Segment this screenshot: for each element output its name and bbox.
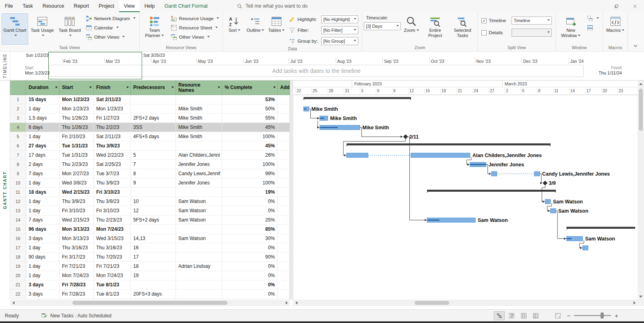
cell-finish[interactable]: Mon 7/24/23 [94,225,131,234]
table-scroll-left-arrow[interactable] [10,300,17,306]
cell-start[interactable]: Thu 3/9/23 [60,197,94,206]
team-planner-button[interactable]: Team Planner [141,13,168,45]
cell-finish[interactable]: Fri 3/10/23 [94,188,131,197]
menu-gantt-chart-format[interactable]: Gantt Chart Format [159,0,213,12]
row-number[interactable]: 22 [10,290,26,299]
cell-finish[interactable]: Thu 2/2/23 [94,123,131,132]
cell-pct[interactable]: 0% [222,262,278,271]
table-row[interactable]: 1890 daysFri 3/17/23Thu 7/20/231790% [10,253,290,262]
menu-file[interactable]: File [0,0,18,12]
resource-sheet-view-switch[interactable] [530,311,541,320]
cell-res[interactable]: Candy Lewis,Jennif [176,169,222,178]
cell-add[interactable] [278,151,290,160]
cell-start[interactable]: Wed 2/15/23 [60,215,94,225]
task-usage-view-switch[interactable] [506,311,517,320]
cell-duration[interactable]: 6 days [26,123,60,132]
cell-pred[interactable] [131,95,176,104]
task-bar[interactable] [347,153,368,157]
table-row[interactable]: 1118 daysWed 2/15/23Fri 3/10/2319% [10,188,290,197]
table-row[interactable]: 121 dayThu 3/9/23Thu 3/9/2310Sam Watson0… [10,197,290,206]
task-bar[interactable] [545,199,550,204]
row-number[interactable]: 6 [10,141,26,151]
cell-pct[interactable]: 0% [222,280,278,290]
table-row[interactable]: 101 dayWed 3/8/23Thu 3/9/239Jennifer Jon… [10,178,290,188]
cell-finish[interactable]: Sat 2/11/23 [94,132,131,141]
cell-start[interactable]: Mon 3/13/23 [60,225,94,234]
cell-pct[interactable]: 53% [222,95,278,104]
cell-pred[interactable]: 7 [131,160,176,169]
cell-start[interactable]: Thu 1/26/23 [60,114,94,123]
cell-pct[interactable]: 100% [222,132,278,141]
table-row[interactable]: 717 daysTue 1/31/23Wed 2/22/235Alan Chil… [10,151,290,160]
summary-bar[interactable] [427,190,556,192]
cell-start[interactable]: Fri 7/21/23 [60,262,94,271]
calendar-button[interactable]: Calendar [84,24,138,32]
cell-add[interactable] [278,95,290,104]
cell-pct[interactable]: 85% [222,225,278,234]
cell-start[interactable]: Fri 7/28/23 [60,290,94,299]
cell-pred[interactable]: 2FS+2 days [131,114,176,123]
task-board-button[interactable]: Task Board [56,13,83,45]
cell-finish[interactable]: Thu 7/20/23 [94,253,131,262]
timeline-pane-strip[interactable]: TIMELINE [0,52,10,80]
task-bar[interactable] [535,172,540,176]
row-number[interactable]: 8 [10,160,26,169]
cell-res[interactable] [176,225,222,234]
tables-button[interactable]: Tables [266,13,286,46]
row-number[interactable]: 12 [10,197,26,206]
cell-finish[interactable]: Wed 2/22/23 [94,151,131,160]
task-bar[interactable] [491,172,497,176]
cell-pct[interactable]: 0% [222,197,278,206]
column-header-finish[interactable]: Finish [94,81,131,95]
cell-pct[interactable]: 99% [222,169,278,178]
selected-tasks-button[interactable]: Selected Tasks [449,13,476,45]
row-number[interactable]: 14 [10,215,26,225]
cell-pct[interactable]: 30% [222,234,278,243]
team-planner-view-switch[interactable] [518,311,529,320]
cell-start[interactable]: Thu 2/23/23 [60,160,94,169]
resource-sheet-button[interactable]: Resource Sheet [169,24,221,32]
cell-finish[interactable]: Thu 2/23/23 [94,215,131,225]
table-row[interactable]: 213 daysFri 7/28/23Tue 8/1/230% [10,280,290,290]
cell-pred[interactable]: 9 [131,178,176,188]
cell-pct[interactable]: 55% [222,114,278,123]
group-by-select[interactable]: [No Group] [321,37,358,45]
row-number[interactable]: 10 [10,178,26,188]
cell-duration[interactable]: 1.5 days [26,114,60,123]
table-gantt-splitter[interactable] [290,81,293,300]
cell-res[interactable] [176,188,222,197]
summary-bar[interactable] [567,227,635,229]
cell-pred[interactable] [131,225,176,234]
scroll-up-arrow[interactable] [638,81,644,87]
timeline-view-window[interactable] [48,52,142,79]
cell-duration[interactable]: 3 days [26,280,60,290]
cell-duration[interactable]: 1 day [26,271,60,280]
full-screen-view-switch[interactable] [552,311,563,320]
cell-res[interactable]: Adrian Lindsay [176,262,222,271]
cell-pct[interactable]: 0% [222,243,278,253]
cell-finish[interactable]: Wed 3/15/23 [94,234,131,243]
milestone-diamond[interactable] [543,181,547,186]
row-number[interactable]: 4 [10,123,26,132]
cell-start[interactable]: Mon 1/23/23 [60,104,94,114]
cell-add[interactable] [278,280,290,290]
cell-pct[interactable]: 25% [222,215,278,225]
outline-button[interactable]: Outline [245,13,266,46]
cell-pct[interactable]: 19% [222,188,278,197]
row-number[interactable]: 18 [10,253,26,262]
gantt-chart-view-button[interactable]: Gantt Chart [2,13,28,45]
cell-pred[interactable]: 16 [131,243,176,253]
cell-add[interactable] [278,104,290,114]
menu-help[interactable]: Help [140,0,160,12]
cell-finish[interactable]: Tue 3/7/23 [94,169,131,178]
filter-arrow-icon[interactable] [273,87,276,89]
cell-pred[interactable]: 14,13 [131,234,176,243]
cell-duration[interactable]: 17 days [26,151,60,160]
cell-res[interactable] [176,243,222,253]
cell-finish[interactable]: Thu 3/16/23 [94,243,131,253]
cell-finish[interactable]: Thu 3/9/23 [94,178,131,188]
cell-pct[interactable]: 0% [222,271,278,280]
cell-duration[interactable]: 7 days [26,169,60,178]
cell-pred[interactable] [131,141,176,151]
cell-res[interactable]: Jennifer Jones [176,160,222,169]
